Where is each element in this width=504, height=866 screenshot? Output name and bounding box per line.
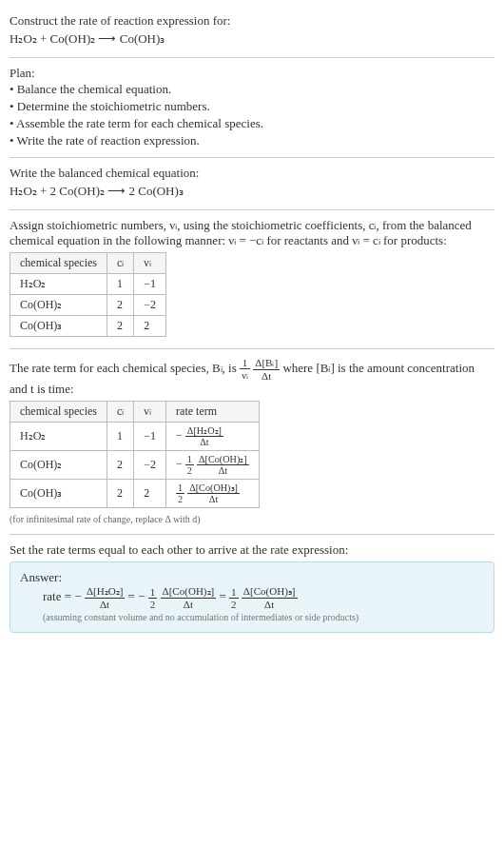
stoich-intro: Assign stoichiometric numbers, νᵢ, using… xyxy=(10,218,494,248)
prompt-equation: H₂O₂ + Co(OH)₂ ⟶ Co(OH)₃ xyxy=(10,29,494,49)
equals-sign: = xyxy=(128,589,139,603)
prompt-section: Construct the rate of reaction expressio… xyxy=(10,8,494,55)
th-vi: νᵢ xyxy=(134,402,166,423)
table-row: H₂O₂ 1 −1 − Δ[H₂O₂] Δt xyxy=(10,423,260,451)
frac-den: 2 xyxy=(185,465,194,476)
cell-rate: − 1 2 Δ[Co(OH)₂] Δt xyxy=(166,451,260,480)
cell-ci: 1 xyxy=(107,423,133,451)
rate-frac: Δ[H₂O₂] Δt xyxy=(185,425,223,447)
rate-terms-intro: The rate term for each chemical species,… xyxy=(10,357,494,397)
rate-frac-1: Δ[H₂O₂] Δt xyxy=(85,585,125,610)
plan-item: • Write the rate of reaction expression. xyxy=(10,132,494,149)
divider xyxy=(10,348,494,349)
frac-num: Δ[Bᵢ] xyxy=(253,357,280,370)
cell-rate: − Δ[H₂O₂] Δt xyxy=(166,423,260,451)
equals-sign: = xyxy=(219,589,229,603)
rate-terms-section: The rate term for each chemical species,… xyxy=(10,351,494,532)
table-row: Co(OH)₃ 2 2 xyxy=(10,316,166,337)
answer-box: Answer: rate = − Δ[H₂O₂] Δt = − 1 2 Δ[Co… xyxy=(10,561,494,633)
coef-frac-2: 1 2 xyxy=(148,586,158,610)
plan-item: • Determine the stoichiometric numbers. xyxy=(10,98,494,115)
generic-coef-frac: 1 νᵢ xyxy=(240,357,250,382)
plan-heading: Plan: xyxy=(10,66,494,81)
cell-ci: 2 xyxy=(107,480,133,508)
cell-vi: −1 xyxy=(134,423,166,451)
th-ci: cᵢ xyxy=(107,402,133,423)
th-species: chemical species xyxy=(10,402,107,423)
cell-vi: −2 xyxy=(134,295,166,316)
frac-num: Δ[H₂O₂] xyxy=(85,585,125,599)
table-header-row: chemical species cᵢ νᵢ rate term xyxy=(10,402,260,423)
stoich-section: Assign stoichiometric numbers, νᵢ, using… xyxy=(10,212,494,346)
divider xyxy=(10,57,494,58)
final-intro: Set the rate terms equal to each other t… xyxy=(10,542,494,558)
th-vi: νᵢ xyxy=(134,253,166,274)
frac-den: Δt xyxy=(85,599,125,610)
frac-den: Δt xyxy=(253,370,280,382)
frac-den: Δt xyxy=(161,599,217,610)
th-ci: cᵢ xyxy=(107,253,133,274)
cell-ci: 2 xyxy=(107,316,133,337)
frac-num: Δ[Co(OH)₃] xyxy=(187,482,240,494)
neg-sign: − xyxy=(176,428,183,442)
table-header-row: chemical species cᵢ νᵢ xyxy=(10,253,166,274)
balanced-equation: H₂O₂ + 2 Co(OH)₂ ⟶ 2 Co(OH)₃ xyxy=(10,181,494,202)
cell-species: Co(OH)₂ xyxy=(10,295,107,316)
cell-vi: −1 xyxy=(134,274,166,295)
table-row: Co(OH)₂ 2 −2 xyxy=(10,295,166,316)
table-row: Co(OH)₂ 2 −2 − 1 2 Δ[Co(OH)₂] Δt xyxy=(10,451,260,480)
coef-frac-3: 1 2 xyxy=(229,586,239,610)
cell-species: H₂O₂ xyxy=(10,423,107,451)
answer-note: (assuming constant volume and no accumul… xyxy=(20,610,484,624)
divider xyxy=(10,534,494,535)
cell-vi: 2 xyxy=(134,480,166,508)
intro-text-a: The rate term for each chemical species,… xyxy=(10,361,240,375)
frac-den: νᵢ xyxy=(240,369,250,382)
frac-num: Δ[H₂O₂] xyxy=(185,425,223,437)
rate-terms-table: chemical species cᵢ νᵢ rate term H₂O₂ 1 … xyxy=(10,401,260,508)
frac-den: Δt xyxy=(197,465,249,476)
answer-expression: rate = − Δ[H₂O₂] Δt = − 1 2 Δ[Co(OH)₂] Δ… xyxy=(20,585,484,610)
table-row: H₂O₂ 1 −1 xyxy=(10,274,166,295)
frac-num: 1 xyxy=(148,586,158,599)
cell-species: Co(OH)₃ xyxy=(10,480,107,508)
frac-num: 1 xyxy=(229,586,239,599)
stoich-table: chemical species cᵢ νᵢ H₂O₂ 1 −1 Co(OH)₂… xyxy=(10,252,166,337)
cell-ci: 2 xyxy=(107,295,133,316)
rate-label: rate = xyxy=(43,589,74,603)
cell-ci: 2 xyxy=(107,451,133,480)
coef-frac: 1 2 xyxy=(185,454,194,476)
table-row: Co(OH)₃ 2 2 1 2 Δ[Co(OH)₃] Δt xyxy=(10,480,260,508)
final-section: Set the rate terms equal to each other t… xyxy=(10,537,494,639)
rate-frac-3: Δ[Co(OH)₃] Δt xyxy=(242,585,298,610)
answer-label: Answer: xyxy=(20,570,484,585)
generic-rate-frac: Δ[Bᵢ] Δt xyxy=(253,357,280,382)
frac-den: 2 xyxy=(148,599,158,610)
frac-den: 2 xyxy=(229,599,239,610)
neg-sign: − xyxy=(176,457,183,470)
rate-frac: Δ[Co(OH)₃] Δt xyxy=(187,482,240,504)
rate-terms-note: (for infinitesimal rate of change, repla… xyxy=(10,512,494,526)
plan-item: • Assemble the rate term for each chemic… xyxy=(10,115,494,132)
frac-num: 1 xyxy=(176,482,184,494)
frac-den: Δt xyxy=(187,494,240,504)
frac-den: 2 xyxy=(176,494,184,504)
frac-num: 1 xyxy=(240,357,250,369)
rate-frac: Δ[Co(OH)₂] Δt xyxy=(197,454,249,476)
frac-num: Δ[Co(OH)₂] xyxy=(161,585,217,599)
divider xyxy=(10,157,494,158)
cell-ci: 1 xyxy=(107,274,133,295)
neg-sign: − xyxy=(74,589,81,603)
frac-num: 1 xyxy=(185,454,194,465)
frac-den: Δt xyxy=(185,437,223,447)
plan-item: • Balance the chemical equation. xyxy=(10,81,494,98)
plan-section: Plan: • Balance the chemical equation. •… xyxy=(10,60,494,155)
prompt-line: Construct the rate of reaction expressio… xyxy=(10,13,494,29)
rate-frac-2: Δ[Co(OH)₂] Δt xyxy=(161,585,217,610)
cell-species: Co(OH)₂ xyxy=(10,451,107,480)
cell-species: H₂O₂ xyxy=(10,274,107,295)
cell-species: Co(OH)₃ xyxy=(10,316,107,337)
neg-sign: − xyxy=(138,589,145,603)
divider xyxy=(10,209,494,210)
balanced-section: Write the balanced chemical equation: H₂… xyxy=(10,160,494,207)
